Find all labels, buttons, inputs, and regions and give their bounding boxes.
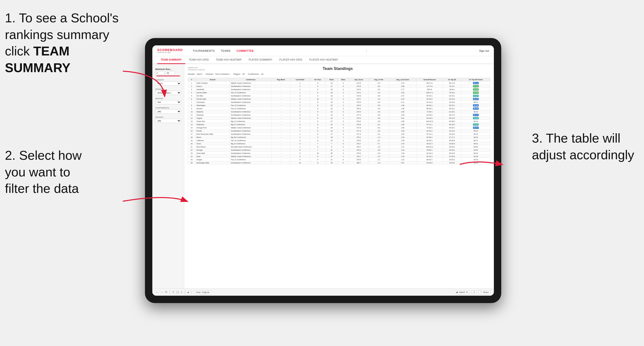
cell-overall: 61-21-0: [416, 101, 443, 104]
cell-wins: 4: [338, 126, 349, 129]
cell-reg-rank: -: [272, 142, 290, 145]
cell-conference: Southeastern Conference: [230, 149, 272, 152]
cell-adj-score: 277.5: [349, 129, 368, 133]
toolbar-view-original[interactable]: View: Original: [194, 290, 211, 294]
cell-rnds: 27: [326, 97, 337, 101]
cell-avg-low: 1.28: [389, 149, 416, 152]
cell-rank: 14: [188, 123, 196, 126]
cell-avg-to-par: -5.2: [368, 81, 389, 85]
cell-overall: 97-21-1: [416, 123, 443, 126]
cell-vs25: 63-17-0: [443, 81, 462, 85]
cell-wins: 0: [338, 145, 349, 149]
cell-wins: 6: [338, 85, 349, 88]
sidebar-region-select[interactable]: N/A: [155, 100, 181, 104]
instruction-3: 3. The table will adjust accordingly: [532, 130, 634, 163]
cell-vs25: 30-18-2: [443, 123, 462, 126]
cell-no-tour: 9: [310, 136, 326, 139]
cell-avg-to-par: -6.2: [368, 88, 389, 91]
table-row: 16 Florida Southeastern Conference - 7 9…: [188, 129, 490, 133]
toolbar-watch[interactable]: ▶ Watch ▼: [455, 290, 470, 294]
toolbar-copy[interactable]: ⎙: [472, 290, 476, 294]
nav-committee[interactable]: COMMITTEE: [236, 49, 254, 52]
cell-avg-low: 1.28: [389, 136, 416, 139]
cell-adj-score: 279.7: [349, 155, 368, 158]
cell-overall: 90-31-2: [416, 155, 443, 158]
arrow-3: [452, 155, 506, 174]
cell-rank: 18: [188, 136, 196, 139]
nav-teams[interactable]: TEAMS: [221, 49, 230, 52]
cell-school: Florida: [195, 129, 230, 133]
instruction-2: 2. Select how you want to filter the dat…: [5, 147, 82, 197]
sign-out-button[interactable]: Sign out: [479, 49, 489, 52]
toolbar-share-btn[interactable]: ⇧ Share: [478, 290, 490, 294]
cell-no-tour: 6: [310, 94, 326, 97]
cell-rnds: 7: [326, 142, 337, 145]
cell-avg-to-par: -2.0: [368, 152, 389, 155]
sub-nav-team-summary[interactable]: TEAM SUMMARY: [157, 56, 185, 64]
toolbar-add[interactable]: +: [181, 291, 182, 294]
table-row: 24 Duke Atlantic Coast Conference - 5 9 …: [188, 155, 490, 158]
cell-vs25: 34-24-2: [443, 129, 462, 133]
table-row: 7 Tennessee Southeastern Conference - 4 …: [188, 101, 490, 104]
cell-rnds: 26: [326, 91, 337, 94]
cell-conference: Pac-12 Conference: [230, 107, 272, 110]
sidebar-school-select[interactable]: (All): [155, 119, 181, 123]
cell-avg-to-par: -6.1: [368, 123, 389, 126]
toolbar-back[interactable]: ←: [156, 291, 158, 294]
cell-wins: 1: [338, 117, 349, 120]
cell-rank: 23: [188, 152, 196, 155]
cell-no-tour: 7: [310, 142, 326, 145]
cell-overall: 83-25-1: [416, 139, 443, 142]
cell-rank: 5: [188, 94, 196, 97]
sub-nav-team-h2h-grid[interactable]: TEAM H2H GRID: [185, 56, 212, 64]
table-row: 9 Arizona Pac-12 Conference - 3 9 22 2 2…: [188, 107, 490, 110]
sub-nav-team-h2h-heatmap[interactable]: TEAM H2H HEATMAP: [212, 56, 245, 64]
cell-pts: 60.94: [461, 110, 490, 113]
cell-conf-rank: 1: [290, 120, 310, 123]
cell-no-tour: 9: [310, 129, 326, 133]
nav-tournaments[interactable]: TOURNAMENTS: [193, 49, 215, 52]
toolbar-bookmark[interactable]: ▢: [176, 291, 179, 294]
cell-rnds: 27: [326, 133, 337, 136]
cell-conf-rank: 3: [290, 94, 310, 97]
toolbar-forward[interactable]: →: [160, 291, 163, 294]
col-reg-rank: Reg Rank: [272, 78, 290, 81]
cell-rnds: 8: [326, 145, 337, 149]
cell-vs25: 35-14-0: [443, 117, 462, 120]
sub-nav-player-summary[interactable]: PLAYER SUMMARY: [245, 56, 276, 64]
cell-reg-rank: -: [272, 152, 290, 155]
table-row: 21 New Mexico Mountain West Conference -…: [188, 145, 490, 149]
cell-adj-score: 278.2: [349, 139, 368, 142]
cell-adj-score: 276.3: [349, 104, 368, 107]
cell-pts: 69.24: [461, 136, 490, 139]
toolbar-share-arrow[interactable]: ⇧: [172, 291, 174, 294]
cell-avg-low: 2.70: [389, 81, 416, 85]
cell-wins: 4: [338, 81, 349, 85]
cell-reg-rank: -: [272, 155, 290, 158]
cell-avg-to-par: -6.2: [368, 126, 389, 129]
update-time-label: Update time:: [188, 66, 205, 69]
cell-school: Florida State: [195, 97, 230, 101]
cell-conf-rank: 5: [290, 110, 310, 113]
cell-no-tour: 9: [310, 158, 326, 161]
sub-nav-player-h2h-grid[interactable]: PLAYER H2H GRID: [276, 56, 306, 64]
cell-rnds: 23: [326, 88, 337, 91]
cell-reg-rank: -: [272, 104, 290, 107]
cell-avg-to-par: -0.4: [368, 155, 389, 158]
toolbar-clock[interactable]: ●: [188, 291, 189, 294]
table-row: 18 Illinois Big Ten Conference - 1 9 23 …: [188, 136, 490, 139]
cell-avg-low: 3.01: [389, 117, 416, 120]
cell-overall: 104-42-3: [416, 120, 443, 123]
sidebar-conference-select[interactable]: (All): [155, 109, 181, 114]
cell-pts: 48.54: [461, 149, 490, 152]
cell-reg-rank: -: [272, 126, 290, 129]
sub-nav-player-h2h-heatmap[interactable]: PLAYER H2H HEATMAP: [306, 56, 341, 64]
cell-adj-score: 278.7: [349, 145, 368, 149]
cell-avg-to-par: -1.8: [368, 145, 389, 149]
cell-rank: 26: [188, 161, 196, 165]
cell-avg-to-par: -3.6: [368, 110, 389, 113]
cell-reg-rank: -: [272, 139, 290, 142]
cell-school: Ole Miss: [195, 94, 230, 97]
toolbar-reload[interactable]: ↻: [165, 291, 167, 294]
cell-reg-rank: -: [272, 88, 290, 91]
